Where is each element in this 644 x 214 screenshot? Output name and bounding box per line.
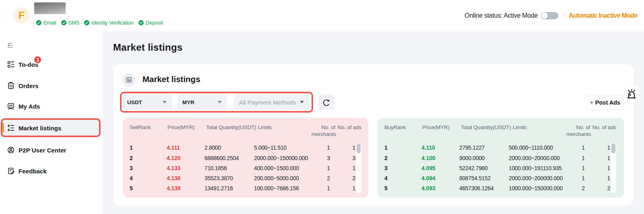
svg-text:AD: AD [9, 104, 13, 107]
